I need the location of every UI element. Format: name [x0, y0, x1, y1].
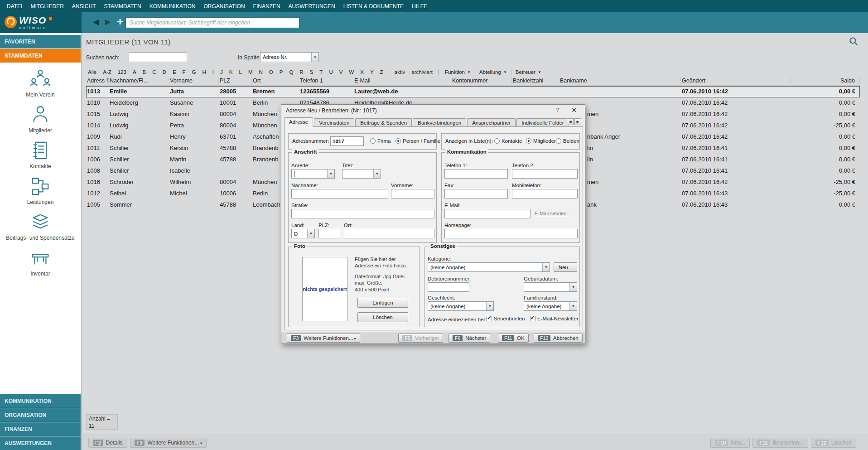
sidebar-section[interactable]: KOMMUNIKATION [0, 394, 81, 408]
include-checkbox[interactable]: E-Mail-Newsletter [530, 316, 579, 321]
column-select[interactable]: Adress-Nr. ▼ [260, 52, 319, 62]
column-header[interactable]: Nachname/Fi... [109, 77, 169, 85]
column-header[interactable]: Vorname [169, 77, 219, 85]
filter-dropdown[interactable]: Betreuer ▼ [511, 69, 545, 75]
sidebar-section[interactable]: FINANZEN [0, 422, 81, 436]
letter-filter[interactable]: I [209, 69, 217, 75]
letter-filter[interactable]: B [140, 69, 149, 75]
table-row[interactable]: 1013 Emilie Jutta 28005 Bremen 123655569… [86, 86, 860, 97]
dialog-tab[interactable]: Individuelle Felder [516, 118, 569, 127]
sidebar-section[interactable]: STAMMDATEN [0, 49, 81, 63]
global-search-input[interactable] [125, 17, 299, 28]
letter-filter[interactable]: Alle [85, 69, 100, 75]
column-header[interactable]: Kontonummer [451, 77, 512, 85]
vorname-input[interactable] [391, 189, 434, 198]
dialog-tab[interactable]: Adresse [284, 117, 313, 127]
kategorie-select[interactable]: (keine Angabe) ▼ [428, 262, 550, 272]
letter-filter[interactable]: J [217, 69, 226, 75]
back-arrow-icon[interactable]: ◀ [92, 18, 101, 27]
dialog-function-button[interactable]: F11 OK [498, 334, 529, 343]
menu-item[interactable]: STAMMDATEN [100, 3, 145, 10]
state-filter[interactable]: aktiv [391, 69, 409, 75]
menu-item[interactable]: AUSWERTUNGEN [285, 3, 339, 10]
sidebar-item[interactable]: Inventar [4, 247, 77, 277]
photo-insert-button[interactable]: Einfügen [357, 298, 408, 308]
column-header[interactable]: E-Mail [353, 77, 451, 85]
letter-filter[interactable]: H [199, 69, 209, 75]
menu-item[interactable]: KOMMUNIKATION [145, 3, 200, 10]
land-select[interactable]: D ▼ [291, 229, 315, 238]
person-type-radio[interactable]: Person / Familie [395, 138, 440, 144]
letter-filter[interactable]: W [346, 69, 357, 75]
menu-item[interactable]: ORGANISATION [199, 3, 249, 10]
close-icon[interactable]: ✕ [569, 106, 579, 115]
letter-filter[interactable]: 123 [115, 69, 130, 75]
letter-filter[interactable]: Y [367, 69, 377, 75]
photo-delete-button[interactable]: Löschen [357, 312, 408, 322]
letter-filter[interactable]: Q [286, 69, 296, 75]
tab-scroll-left-icon[interactable]: ◀ [567, 118, 574, 125]
telefon2-input[interactable] [512, 169, 578, 179]
telefon1-input[interactable] [444, 169, 508, 179]
letter-filter[interactable]: F [179, 69, 189, 75]
include-checkbox[interactable]: Serienbriefen [487, 316, 525, 321]
sidebar-section[interactable]: AUSWERTUNGEN [0, 436, 81, 450]
sidebar-item[interactable]: Beitrags- und Spendensätze [4, 212, 77, 242]
letter-filter[interactable]: G [189, 69, 199, 75]
search-for-input[interactable] [129, 52, 187, 62]
letter-filter[interactable]: E [169, 69, 179, 75]
dialog-function-button[interactable]: F5 Vorheriger [398, 334, 443, 343]
homepage-input[interactable] [444, 229, 578, 238]
list-display-radio[interactable]: Beiden [556, 138, 579, 144]
letter-filter[interactable]: X [357, 69, 367, 75]
menu-item[interactable]: DATEI [3, 3, 26, 10]
dialog-tab[interactable]: Beiträge & Spenden [355, 118, 412, 127]
function-key-button[interactable]: F2 Details [88, 438, 127, 448]
letter-filter[interactable]: L [236, 69, 245, 75]
filter-dropdown[interactable]: Abteilung ▼ [475, 69, 511, 75]
menu-item[interactable]: MITGLIEDER [26, 3, 68, 10]
ort-input[interactable] [344, 229, 434, 238]
list-display-radio[interactable]: Mitglieder [526, 138, 556, 144]
letter-filter[interactable]: A [130, 69, 140, 75]
sidebar-section[interactable]: FAVORITEN [0, 35, 81, 48]
letter-filter[interactable]: P [276, 69, 286, 75]
menu-item[interactable]: FINANZEN [249, 3, 285, 10]
menu-item[interactable]: LISTEN & DOKUMENTE [339, 3, 408, 10]
column-header[interactable]: PLZ [219, 77, 252, 85]
fax-input[interactable] [444, 189, 508, 198]
sidebar-item[interactable]: Leistungen [4, 176, 77, 206]
debitorennummer-input[interactable] [428, 282, 469, 292]
dialog-tab[interactable]: Vereinsdaten [314, 118, 354, 127]
letter-filter[interactable]: V [336, 69, 346, 75]
letter-filter[interactable]: N [256, 69, 265, 75]
function-key-button[interactable]: F10 Neu... [710, 438, 750, 448]
add-button[interactable]: + [115, 16, 125, 28]
dialog-tab[interactable]: Bankverbindungen [413, 118, 466, 127]
sidebar-section[interactable]: ORGANISATION [0, 408, 81, 422]
letter-filter[interactable]: Z [377, 69, 386, 75]
anrede-select[interactable]: ▼ [291, 169, 335, 179]
column-header[interactable]: Saldo [791, 77, 860, 85]
person-type-radio[interactable]: Firma [370, 138, 391, 144]
geschlecht-select[interactable]: (keine Angabe) ▼ [428, 301, 494, 311]
letter-filter[interactable]: A-Z [100, 69, 115, 75]
adressnummer-input[interactable] [330, 136, 364, 146]
letter-filter[interactable]: C [149, 69, 159, 75]
menu-item[interactable]: HILFE [408, 3, 431, 10]
forward-arrow-icon[interactable]: ▶ [103, 18, 112, 27]
search-icon[interactable] [849, 37, 858, 46]
titel-select[interactable]: ▼ [342, 169, 381, 179]
letter-filter[interactable]: D [159, 69, 169, 75]
letter-filter[interactable]: O [266, 69, 276, 75]
email-input[interactable] [444, 209, 530, 218]
sidebar-item[interactable]: Mein Verein [4, 68, 77, 98]
mobiltelefon-input[interactable] [512, 189, 578, 198]
column-header[interactable]: Telefon 1 [299, 77, 353, 85]
letter-filter[interactable]: T [316, 69, 326, 75]
letter-filter[interactable]: M [245, 69, 256, 75]
column-header[interactable]: Geändert [681, 77, 791, 85]
state-filter[interactable]: archiviert [408, 69, 436, 75]
geburtsdatum-select[interactable]: ▼ [524, 282, 577, 292]
menu-item[interactable]: ANSICHT [68, 3, 100, 10]
